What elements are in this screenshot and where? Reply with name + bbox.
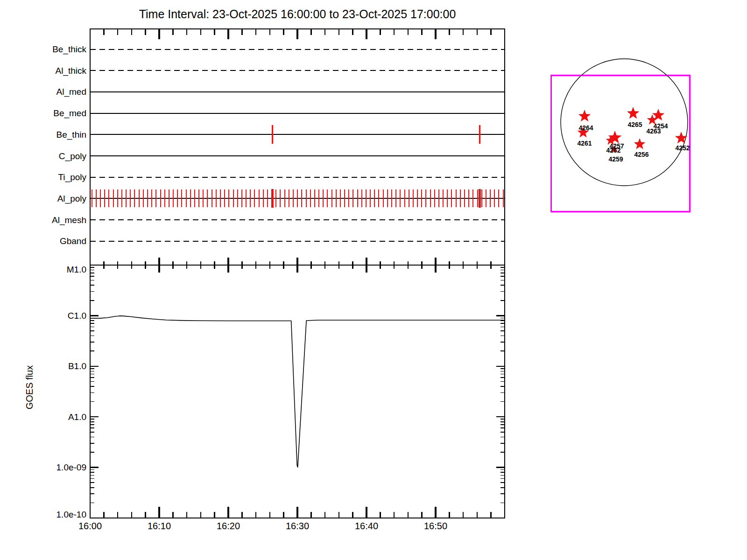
y-tick-label-B1.0: B1.0 — [68, 361, 86, 371]
solar-disk-circle — [561, 59, 688, 186]
x-tick-label-16:50: 16:50 — [424, 521, 447, 531]
screenshot-stage: Time Interval: 23-Oct-2025 16:00:00 to 2… — [0, 0, 747, 560]
filter-timeline-frame — [90, 29, 505, 265]
active-region-label-4263: 4263 — [646, 127, 661, 135]
active-region-label-4256: 4256 — [634, 151, 648, 158]
active-region-star-4252 — [675, 132, 688, 143]
active-region-label-4259: 4259 — [608, 155, 623, 163]
x-tick-label-16:10: 16:10 — [148, 521, 171, 531]
filter-label-Ti_poly: Ti_poly — [58, 172, 86, 182]
x-tick-label-16:00: 16:00 — [78, 521, 102, 531]
filter-label-Al_med: Al_med — [56, 87, 86, 97]
active-region-label-4261: 4261 — [577, 140, 592, 147]
y-tick-label-M1.0: M1.0 — [67, 265, 86, 274]
filter-label-Al_poly: Al_poly — [57, 194, 87, 204]
y-tick-label-A1.0: A1.0 — [68, 412, 86, 422]
y-tick-label-1.0e-09: 1.0e-09 — [56, 462, 86, 472]
active-region-label-4264: 4264 — [578, 124, 593, 132]
filter-label-Al_mesh: Al_mesh — [52, 215, 86, 225]
x-tick-label-16:30: 16:30 — [286, 521, 309, 531]
active-region-star-4265 — [627, 107, 640, 119]
filter-label-Gband: Gband — [60, 236, 86, 246]
x-tick-label-16:20: 16:20 — [217, 521, 240, 531]
active-region-label-4262: 4262 — [606, 147, 620, 154]
y-tick-label-C1.0: C1.0 — [68, 311, 86, 321]
y-tick-label-1.0e-10: 1.0e-10 — [56, 510, 86, 519]
plot-title: Time Interval: 23-Oct-2025 16:00:00 to 2… — [90, 7, 505, 21]
active-region-star-4264 — [578, 110, 591, 121]
filter-label-Al_thick: Al_thick — [55, 66, 86, 76]
active-region-label-4265: 4265 — [627, 121, 642, 128]
filter-label-C_poly: C_poly — [59, 151, 87, 161]
filter-label-Be_med: Be_med — [53, 108, 86, 119]
x-tick-label-16:40: 16:40 — [355, 521, 378, 531]
goes-flux-axis-label: GOES flux — [24, 365, 35, 409]
observation-timeline-figure: Be_thickAl_thickAl_medBe_medBe_thinC_pol… — [0, 0, 747, 560]
filter-label-Be_thick: Be_thick — [52, 44, 86, 55]
active-region-label-4252: 4252 — [675, 144, 690, 152]
active-region-star-4256 — [634, 138, 646, 149]
filter-label-Be_thin: Be_thin — [56, 130, 86, 140]
goes-plot-frame — [90, 265, 505, 518]
goes-flux-curve — [90, 316, 504, 468]
